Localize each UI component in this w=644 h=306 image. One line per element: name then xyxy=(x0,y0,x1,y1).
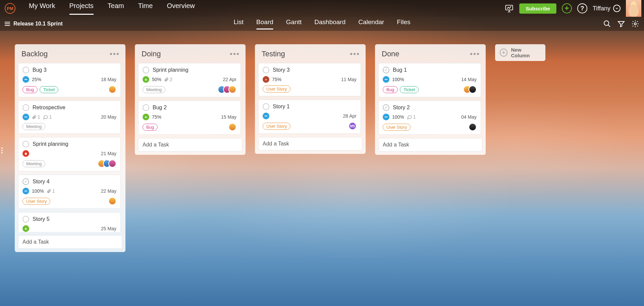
assignee-avatar xyxy=(108,197,116,205)
tag: User Story xyxy=(263,85,290,93)
svg-rect-4 xyxy=(24,117,27,117)
view-list[interactable]: List xyxy=(234,18,244,29)
nav-link-projects[interactable]: Projects xyxy=(69,2,94,15)
edge-menu-icon[interactable] xyxy=(1,147,3,154)
priority-icon xyxy=(263,76,269,83)
nav-link-overview[interactable]: Overview xyxy=(167,2,195,15)
column-menu-icon[interactable] xyxy=(470,53,479,55)
complete-toggle[interactable] xyxy=(22,141,29,147)
complete-toggle[interactable] xyxy=(383,67,389,73)
add-task-input[interactable]: Add a Task xyxy=(138,138,242,151)
assignee-stack: MS xyxy=(348,122,357,130)
complete-toggle[interactable] xyxy=(22,178,29,185)
add-task-input[interactable]: Add a Task xyxy=(258,137,362,150)
column-title: Testing xyxy=(262,50,285,58)
sub-nav: Release 10.1 Sprint List Board Gantt Das… xyxy=(0,17,644,31)
attachment-icon: 2 xyxy=(164,77,172,82)
tag: Ticket xyxy=(400,86,419,93)
assignee-stack xyxy=(463,85,477,94)
svg-rect-3 xyxy=(24,79,27,80)
task-card[interactable]: Bug 325%18 MayBugTicket xyxy=(18,63,121,97)
task-card[interactable]: Sprint planning50%222 AprMeeting xyxy=(138,63,241,97)
column-body: Story 375%11 MayUser StoryStory 128 AprU… xyxy=(258,63,362,134)
view-dashboard[interactable]: Dashboard xyxy=(314,18,345,29)
kanban-board: BacklogBug 325%18 MayBugTicketRetrospect… xyxy=(0,31,644,306)
column-menu-icon[interactable] xyxy=(230,53,239,55)
tag: User Story xyxy=(383,124,411,131)
nav-link-my-work[interactable]: My Work xyxy=(29,2,55,15)
filter-icon[interactable] xyxy=(617,20,625,28)
help-icon[interactable]: ? xyxy=(577,3,587,13)
task-card[interactable]: Story 128 AprUser StoryMS xyxy=(258,100,361,134)
hamburger-icon[interactable] xyxy=(5,22,10,26)
tag: Bug xyxy=(22,86,38,93)
view-files[interactable]: Files xyxy=(397,18,410,29)
assignee-stack xyxy=(108,85,116,94)
task-card[interactable]: Retrospective1120 MayMeeting xyxy=(18,101,121,134)
attachment-icon: 1 xyxy=(47,188,55,194)
complete-toggle[interactable] xyxy=(143,67,149,73)
complete-toggle[interactable] xyxy=(143,104,149,111)
top-nav-right: Subscribe + ? Tiffany xyxy=(504,0,641,17)
card-percent: 100% xyxy=(392,114,404,120)
card-percent: 75% xyxy=(272,77,281,82)
card-percent: 25% xyxy=(32,77,41,82)
complete-toggle[interactable] xyxy=(263,67,269,73)
card-date: 14 May xyxy=(461,77,477,82)
card-title: Bug 3 xyxy=(33,67,47,73)
add-task-input[interactable]: Add a Task xyxy=(18,235,122,249)
assignee-stack xyxy=(218,85,236,94)
task-card[interactable]: Bug 275%15 MayBug xyxy=(138,101,241,135)
user-menu[interactable]: Tiffany xyxy=(593,5,621,12)
complete-toggle[interactable] xyxy=(22,216,29,223)
complete-toggle[interactable] xyxy=(383,104,389,111)
column-menu-icon[interactable] xyxy=(350,53,359,55)
nav-link-time[interactable]: Time xyxy=(138,2,153,15)
nav-link-team[interactable]: Team xyxy=(108,2,124,15)
chevron-down-icon xyxy=(613,5,621,12)
attachment-icon: 1 xyxy=(32,114,40,120)
add-task-input[interactable]: Add a Task xyxy=(378,138,482,151)
priority-icon xyxy=(22,188,29,194)
new-column-label: New Column xyxy=(511,47,541,58)
column-title: Backlog xyxy=(21,50,48,58)
subscribe-button[interactable]: Subscribe xyxy=(519,3,556,14)
complete-toggle[interactable] xyxy=(22,104,29,111)
view-gantt[interactable]: Gantt xyxy=(286,18,302,29)
search-icon[interactable] xyxy=(603,20,611,28)
card-date: 21 May xyxy=(101,151,116,156)
assignee-avatar: MS xyxy=(348,122,357,130)
card-percent: 100% xyxy=(32,188,44,194)
column-menu-icon[interactable] xyxy=(110,53,119,55)
card-title: Bug 2 xyxy=(153,105,167,111)
add-icon[interactable]: + xyxy=(562,3,572,13)
logo[interactable]: PM xyxy=(5,3,15,14)
complete-toggle[interactable] xyxy=(22,67,29,73)
user-avatar[interactable] xyxy=(626,0,641,17)
tag: User Story xyxy=(263,123,290,130)
svg-rect-7 xyxy=(385,79,387,80)
tag: Bug xyxy=(383,86,398,93)
svg-rect-6 xyxy=(265,116,267,116)
new-column-button[interactable]: +New Column xyxy=(495,44,545,61)
task-card[interactable]: Sprint planning21 MayMeeting xyxy=(18,137,121,171)
card-date: 20 May xyxy=(101,114,116,120)
task-card[interactable]: Story 4100%122 MayUser Story xyxy=(18,175,121,209)
priority-icon xyxy=(22,150,29,157)
task-card[interactable]: Story 525 May xyxy=(18,212,121,232)
gear-icon[interactable] xyxy=(631,20,639,28)
task-card[interactable]: Story 375%11 MayUser Story xyxy=(258,63,361,96)
view-calendar[interactable]: Calendar xyxy=(358,18,384,29)
svg-rect-5 xyxy=(24,191,27,191)
view-board[interactable]: Board xyxy=(256,18,273,29)
card-title: Story 2 xyxy=(393,105,410,111)
card-title: Story 5 xyxy=(33,216,50,222)
presentation-icon[interactable] xyxy=(504,4,514,13)
complete-toggle[interactable] xyxy=(263,103,269,110)
assignee-avatar xyxy=(108,85,116,94)
task-card[interactable]: Bug 1100%14 MayBugTicket xyxy=(378,63,481,97)
card-date: 04 May xyxy=(461,114,477,120)
column-body: Bug 325%18 MayBugTicketRetrospective1120… xyxy=(18,63,122,232)
task-card[interactable]: Story 2100%104 MayUser Story xyxy=(378,101,481,135)
assignee-avatar xyxy=(469,123,477,131)
